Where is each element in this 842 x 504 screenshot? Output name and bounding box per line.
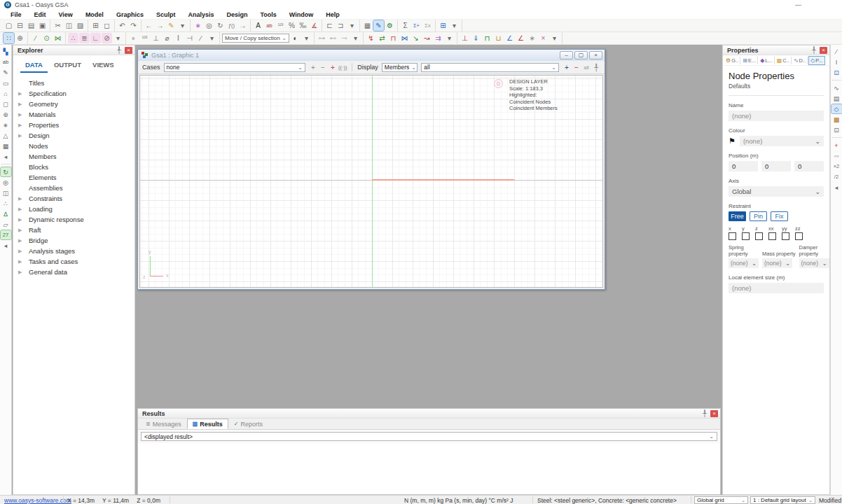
- tree-item-properties[interactable]: ▶Properties: [13, 120, 134, 130]
- polyline-icon[interactable]: ∿: [831, 83, 842, 92]
- output-views-icon[interactable]: ab: [1, 57, 11, 66]
- move-copy-combo[interactable]: Move / Copy selection: [222, 34, 289, 43]
- grid-layout-combo[interactable]: 1 : Default grid layout: [750, 496, 815, 504]
- list-tool-icon[interactable]: 27: [1, 230, 11, 239]
- sculpt-join-icon[interactable]: ⋈: [53, 33, 63, 43]
- expand-arrow-icon[interactable]: ▶: [18, 259, 25, 265]
- position-field-x[interactable]: 0: [729, 161, 758, 172]
- sculpt-draw-icon[interactable]: ∕: [30, 33, 41, 43]
- tree-item-geometry[interactable]: ▶Geometry: [13, 99, 134, 109]
- properties-tab-g[interactable]: ⚙G..: [724, 57, 740, 64]
- measure-icon[interactable]: ⌀: [162, 33, 172, 43]
- grid-plane-combo[interactable]: Global grid: [694, 496, 748, 504]
- animate-icon[interactable]: ((·)): [338, 64, 347, 71]
- graphic-edit-icon[interactable]: ✎: [373, 20, 384, 31]
- paste-icon[interactable]: ▨: [75, 20, 85, 31]
- restraint-fix-button[interactable]: Fix: [771, 211, 788, 221]
- annotate-values-icon[interactable]: ¹²³: [275, 20, 286, 31]
- close-icon[interactable]: ×: [820, 47, 827, 54]
- polygon-tool-icon[interactable]: ▱: [1, 220, 11, 229]
- name-field[interactable]: (none): [729, 111, 824, 121]
- node-numbers-icon[interactable]: ¹²³: [139, 33, 150, 43]
- tree-item-members[interactable]: Members: [13, 151, 134, 162]
- tree-item-nodes[interactable]: Nodes: [13, 141, 134, 151]
- layers-icon[interactable]: ▤: [831, 94, 842, 103]
- design-module-icon[interactable]: △: [1, 131, 11, 140]
- per-mille-icon[interactable]: ‰: [298, 20, 308, 31]
- expand-arrow-icon[interactable]: ▶: [18, 248, 25, 254]
- close-model-icon[interactable]: ▤: [26, 20, 36, 31]
- print-chart-icon[interactable]: ⊞: [438, 20, 448, 31]
- sum-clear-icon[interactable]: Σx: [422, 20, 433, 31]
- cases-combo[interactable]: none: [164, 63, 305, 72]
- expand-arrow-icon[interactable]: ▶: [18, 91, 25, 97]
- tab-reports[interactable]: ✓Reports: [229, 419, 268, 429]
- tree-item-tasks-and-cases[interactable]: ▶Tasks and cases: [13, 256, 134, 267]
- find-icon[interactable]: ◎: [204, 20, 214, 31]
- menu-help[interactable]: Help: [319, 11, 346, 18]
- collapse-right-icon[interactable]: ◂: [831, 183, 842, 192]
- checkbox-x[interactable]: [729, 232, 736, 240]
- properties-tab-d[interactable]: ∿D..: [792, 57, 808, 64]
- sum-icon[interactable]: Σ: [400, 20, 410, 31]
- expand-arrow-icon[interactable]: ▶: [18, 196, 25, 202]
- explode-icon[interactable]: ⇉: [433, 33, 443, 43]
- forward-view-icon[interactable]: →: [155, 20, 165, 31]
- titles-module-icon[interactable]: ▭: [1, 78, 11, 88]
- node-op-edit-icon[interactable]: ⊸: [339, 33, 350, 43]
- checkbox-xx[interactable]: [768, 232, 776, 240]
- save-model-icon[interactable]: ▣: [37, 20, 48, 31]
- tab-messages[interactable]: ≣Messages: [141, 419, 186, 429]
- position-field-y[interactable]: 0: [761, 161, 791, 172]
- table-view-icon[interactable]: ▦: [362, 20, 373, 31]
- support-icon[interactable]: ⊥: [460, 33, 470, 43]
- sum-add-icon[interactable]: Σ+: [411, 20, 422, 31]
- delete-entity-icon[interactable]: ×: [538, 33, 548, 43]
- add-case-icon[interactable]: +: [309, 64, 317, 71]
- print-icon[interactable]: ⊞: [90, 20, 101, 31]
- menu-sculpt[interactable]: Sculpt: [150, 11, 182, 18]
- remove-case-icon[interactable]: −: [319, 64, 327, 71]
- checkbox-y[interactable]: [742, 232, 750, 240]
- tree-item-materials[interactable]: ▶Materials: [13, 109, 134, 120]
- pin-icon[interactable]: ╀: [116, 47, 123, 54]
- nodes-tool-icon[interactable]: ∴: [1, 199, 11, 208]
- pin-icon[interactable]: ╀: [701, 410, 708, 417]
- tree-item-assemblies[interactable]: Assemblies: [13, 183, 134, 193]
- view-3d-icon[interactable]: ◇: [831, 104, 842, 113]
- pin-icon[interactable]: ╀: [810, 47, 817, 54]
- tree-item-blocks[interactable]: Blocks: [13, 162, 134, 172]
- open-model-icon[interactable]: ⊟: [15, 20, 25, 31]
- displayed-result-combo[interactable]: <displayed result>: [141, 432, 717, 441]
- tab-data[interactable]: DATA: [20, 61, 48, 73]
- flip-elements-icon[interactable]: ⇄: [377, 33, 387, 43]
- angle-annotate-icon[interactable]: ∡: [309, 20, 319, 31]
- tree-item-constraints[interactable]: ▶Constraints: [13, 193, 134, 204]
- lock-stage-icon[interactable]: ⊏: [324, 20, 335, 31]
- graphic-settings-icon[interactable]: ⊡: [831, 125, 842, 134]
- fit-view-icon[interactable]: +: [831, 141, 842, 150]
- tree-item-dynamic-response[interactable]: ▶Dynamic response: [13, 214, 134, 225]
- globe-icon[interactable]: ◐: [290, 33, 301, 43]
- colour-combo[interactable]: (none): [740, 136, 824, 146]
- expand-arrow-icon[interactable]: ▶: [18, 217, 25, 223]
- tree-item-design[interactable]: ▶Design: [13, 130, 134, 141]
- expand-arrow-icon[interactable]: ▶: [18, 238, 25, 244]
- slope-red-icon[interactable]: ∠: [516, 33, 526, 43]
- modify-tool-icon[interactable]: ∆: [1, 209, 11, 218]
- oasys-website-link[interactable]: www.oasys-software.com: [4, 497, 71, 504]
- refresh-icon[interactable]: ↻: [215, 20, 226, 31]
- add-view-icon[interactable]: +: [563, 64, 571, 71]
- scale-down-icon[interactable]: /2: [831, 172, 842, 181]
- design-tools-icon[interactable]: ⚙: [385, 20, 395, 31]
- intersect-icon[interactable]: ↘: [410, 33, 421, 43]
- print-preview-icon[interactable]: ◻: [102, 20, 112, 31]
- tree-item-raft[interactable]: ▶Raft: [13, 225, 134, 235]
- graphic-views-icon[interactable]: ▚: [1, 47, 11, 56]
- properties-tab-p[interactable]: ◇P...: [808, 56, 824, 65]
- tree-item-general-data[interactable]: ▶General data: [13, 267, 134, 277]
- more-entity-icon[interactable]: ▾: [549, 33, 560, 43]
- copy-icon[interactable]: ◫: [64, 20, 74, 31]
- display-settings-icon[interactable]: ⊡: [831, 68, 842, 77]
- menu-view[interactable]: View: [53, 11, 79, 18]
